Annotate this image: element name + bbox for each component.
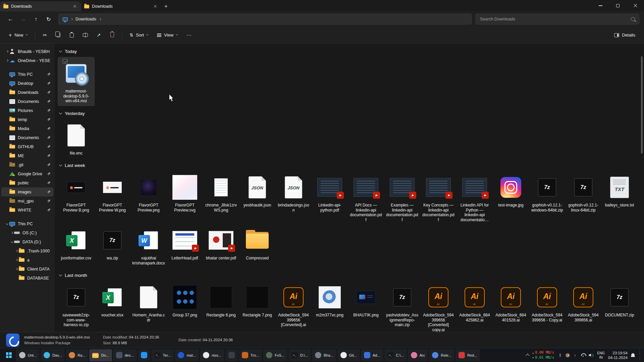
minimize-button[interactable] (592, 0, 609, 11)
file-item[interactable]: Group 37.png (167, 281, 203, 320)
rename-button[interactable] (79, 29, 91, 41)
sidebar-item[interactable]: Documents (1, 97, 53, 106)
sidebar-item[interactable]: This PC (1, 70, 53, 79)
search-input[interactable]: Search Downloads (476, 14, 639, 24)
sidebar-item[interactable]: images (1, 187, 53, 196)
file-item[interactable]: AdobeStock_594399656.ai (565, 281, 601, 324)
expand-chevron-icon[interactable] (9, 232, 14, 234)
maximize-button[interactable] (609, 0, 627, 11)
file-item[interactable]: gophish-v0.12.1-linux-64bit.zip (565, 171, 601, 215)
clock[interactable]: 23:19:54 04-11-2024 (608, 351, 628, 360)
sidebar-item[interactable]: Google Drive (1, 169, 53, 178)
sidebar-item[interactable]: .Trash-1000 (1, 246, 53, 255)
checkbox[interactable] (63, 59, 67, 64)
sidebar-item[interactable]: Downloads (1, 88, 53, 97)
sidebar-item[interactable]: Client DATA (1, 264, 53, 274)
sidebar-item[interactable]: Desktop (1, 79, 53, 88)
taskbar-app[interactable]: Ad... (361, 349, 383, 361)
view-button[interactable]: View (154, 29, 181, 41)
expand-chevron-icon[interactable] (5, 60, 9, 61)
wifi-icon[interactable] (580, 353, 586, 358)
volume-icon[interactable] (588, 353, 594, 358)
up-button[interactable]: ↑ (30, 14, 42, 24)
close-tab-icon[interactable] (153, 4, 158, 9)
taskbar-app[interactable]: Dav... (41, 349, 65, 361)
expand-chevron-icon[interactable] (5, 51, 9, 52)
expand-chevron-icon[interactable] (14, 250, 19, 252)
file-item[interactable]: FlavorGPT Preview.png (130, 171, 167, 215)
expand-chevron-icon[interactable] (9, 241, 14, 243)
file-item[interactable]: DOCUMENT.zip (601, 281, 638, 320)
file-item[interactable]: voucher.xlsx (94, 281, 130, 320)
file-item[interactable]: mattermost-desktop-5.9.0-win-x64.msi (58, 57, 94, 106)
back-button[interactable]: ← (5, 14, 16, 24)
file-item[interactable]: test-image.jpg (493, 171, 529, 210)
file-item[interactable]: FlavorGPT Preview.svg (167, 171, 203, 215)
network-speed-widget[interactable]: 0.00 MB/s 0.01 MB/s (532, 350, 554, 360)
taskbar-app[interactable]: >_ D:\... (288, 349, 311, 361)
sidebar-item[interactable]: Media (1, 124, 53, 133)
show-desktop-button[interactable] (640, 349, 641, 361)
sidebar-item[interactable]: OS (C:) (1, 228, 53, 237)
start-button[interactable] (2, 349, 15, 361)
sidebar-item[interactable]: .git (1, 160, 53, 169)
new-button[interactable]: + New (5, 29, 31, 41)
file-item[interactable]: Compressed (239, 224, 275, 263)
taskbar-app[interactable]: mat... (175, 349, 199, 361)
tab-downloads-2[interactable]: Downloads (80, 1, 161, 11)
file-item[interactable]: FlavorGPT Preview B.png (58, 171, 94, 215)
group-header[interactable]: Today (59, 49, 639, 54)
taskbar-app[interactable]: Ra... (66, 349, 88, 361)
sidebar-item[interactable]: a (1, 255, 53, 264)
taskbar-app[interactable]: Unt... (16, 349, 40, 361)
cut-button[interactable]: ✂ (39, 29, 51, 41)
file-item[interactable]: yashvidotdev_AssignmentRepo-main.zip (384, 281, 420, 329)
file-item[interactable]: jsonformatter.csv (58, 224, 94, 263)
sidebar-item[interactable]: Pictures (1, 106, 53, 115)
file-item[interactable]: Rectangle 6.png (203, 281, 239, 320)
file-item[interactable]: yesbhautik.json (239, 171, 275, 210)
forward-button[interactable]: → (17, 14, 29, 24)
file-item[interactable]: AdobeStock_594399656 [Converted] copy.ai (420, 281, 457, 332)
file-item[interactable]: Rectangle 7.png (239, 281, 275, 320)
expand-chevron-icon[interactable] (14, 259, 19, 261)
file-item[interactable]: vajubhai krishanapark.docx (130, 224, 167, 267)
file-item[interactable]: AdobeStock_594399656 [Converted].ai (275, 281, 312, 329)
close-button[interactable] (627, 0, 644, 11)
group-header[interactable]: Yesterday (59, 111, 639, 116)
delete-button[interactable] (106, 29, 118, 41)
file-item[interactable]: file.enc (58, 119, 94, 158)
file-item[interactable]: m2m377xc.png (312, 281, 348, 320)
sidebar-item[interactable]: DATA (D:) (1, 237, 53, 246)
copy-button[interactable] (53, 29, 64, 41)
details-toggle-button[interactable]: Details (611, 29, 639, 41)
taskbar-app[interactable]: niss... (200, 349, 224, 361)
taskbar-app[interactable] (138, 349, 150, 361)
sidebar-item[interactable]: ME (1, 151, 53, 160)
file-item[interactable]: AdobeStock_684401528.ai (493, 281, 529, 324)
language-indicator[interactable]: ENG IN (597, 351, 605, 359)
file-item[interactable]: gophish-v0.12.1-windows-64bit.zip (529, 171, 565, 215)
sidebar-item[interactable]: temp (1, 115, 53, 124)
taskbar-app[interactable]: des... (113, 349, 137, 361)
sidebar-item[interactable]: WHITE (1, 205, 53, 215)
taskbar-app[interactable]: Rele... (429, 349, 454, 361)
taskbar-app[interactable]: >_ Ter... (151, 349, 174, 361)
file-item[interactable]: Homem_Aranha.cdr (130, 281, 167, 324)
file-item[interactable]: API Docs — linkedin-api documentation.pd… (348, 171, 384, 224)
bluetooth-icon[interactable] (557, 353, 563, 358)
share-button[interactable]: ↗ (93, 29, 104, 41)
arrow-up-icon[interactable] (572, 353, 578, 358)
file-area[interactable]: Today mattermost-desktop-5.9.0-win-x64.m… (55, 44, 644, 332)
taskbar-app[interactable]: Git... (337, 349, 360, 361)
file-item[interactable]: Key Concepts — linkedin-api documentatio… (420, 171, 457, 224)
sort-button[interactable]: ⇅ Sort (126, 29, 152, 41)
file-item[interactable]: FlavorGPT Preview W.png (94, 171, 130, 215)
group-header[interactable]: Last month (59, 273, 639, 278)
scrollbar-thumb[interactable] (641, 56, 643, 154)
sidebar-item[interactable]: Documents (1, 133, 53, 142)
sidebar-item[interactable]: DATABASE (1, 274, 53, 283)
sidebar-item[interactable]: Bhautik - YESBH (1, 47, 53, 56)
sidebar-item[interactable]: This PC (1, 219, 53, 228)
taskbar-app[interactable]: Do... (89, 349, 112, 361)
